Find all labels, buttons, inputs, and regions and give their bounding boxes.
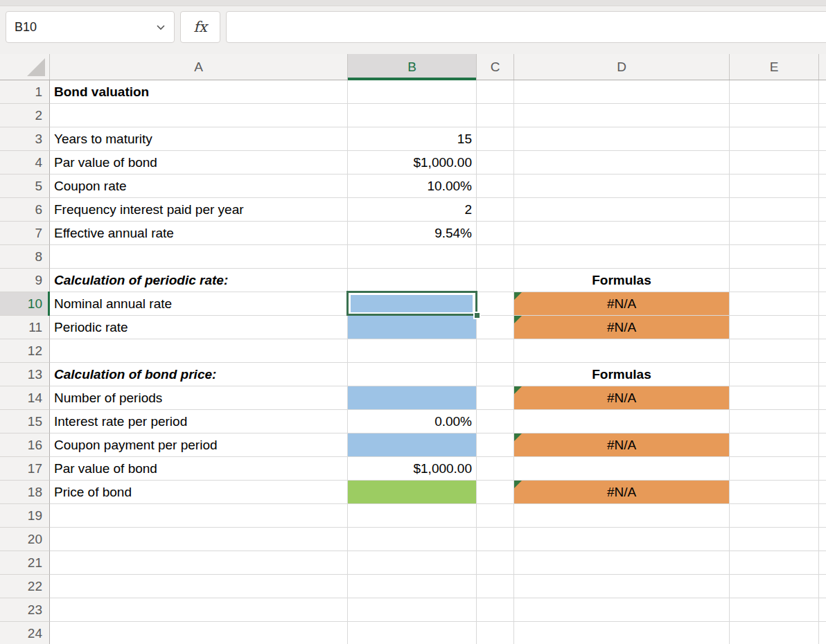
cell-B2[interactable] — [348, 104, 477, 127]
cell-E24[interactable] — [730, 622, 819, 644]
column-header-C[interactable]: C — [477, 54, 514, 80]
cell-B7[interactable]: 9.54% — [348, 222, 477, 245]
cell-B4[interactable]: $1,000.00 — [348, 151, 477, 175]
cell-E17[interactable] — [730, 457, 819, 481]
cell-C10[interactable] — [477, 292, 514, 316]
cell-D19[interactable] — [514, 504, 730, 528]
cell-B23[interactable] — [348, 598, 477, 622]
cell-D12[interactable] — [514, 339, 730, 363]
cell-C19[interactable] — [477, 504, 514, 528]
cell-D9[interactable]: Formulas — [514, 269, 730, 292]
cell-D6[interactable] — [514, 198, 730, 222]
cell-D8[interactable] — [514, 245, 730, 269]
cell-E5[interactable] — [730, 175, 819, 198]
cell-E9[interactable] — [730, 269, 819, 292]
row-header-12[interactable]: 12 — [0, 339, 50, 363]
cell-C1[interactable] — [477, 80, 514, 104]
cell-C4[interactable] — [477, 151, 514, 175]
cell-A18[interactable]: Price of bond — [50, 481, 348, 504]
cell-C17[interactable] — [477, 457, 514, 481]
row-header-3[interactable]: 3 — [0, 127, 50, 151]
column-header-A[interactable]: A — [50, 54, 348, 80]
row-header-15[interactable]: 15 — [0, 410, 50, 433]
cell-A2[interactable] — [50, 104, 348, 127]
cell-C11[interactable] — [477, 316, 514, 339]
cell-A21[interactable] — [50, 551, 348, 575]
cell-C2[interactable] — [477, 104, 514, 127]
cell-C3[interactable] — [477, 127, 514, 151]
row-header-8[interactable]: 8 — [0, 245, 50, 269]
cell-B8[interactable] — [348, 245, 477, 269]
row-header-1[interactable]: 1 — [0, 80, 50, 104]
cell-C16[interactable] — [477, 433, 514, 457]
cell-E13[interactable] — [730, 363, 819, 386]
cell-B1[interactable] — [348, 80, 477, 104]
cell-C9[interactable] — [477, 269, 514, 292]
cell-B19[interactable] — [348, 504, 477, 528]
cell-C22[interactable] — [477, 575, 514, 598]
cell-A13[interactable]: Calculation of bond price: — [50, 363, 348, 386]
cell-A24[interactable] — [50, 622, 348, 644]
row-header-16[interactable]: 16 — [0, 433, 50, 457]
cell-B17[interactable]: $1,000.00 — [348, 457, 477, 481]
cell-C8[interactable] — [477, 245, 514, 269]
row-header-7[interactable]: 7 — [0, 222, 50, 245]
cell-A14[interactable]: Number of periods — [50, 386, 348, 410]
cell-A15[interactable]: Interest rate per period — [50, 410, 348, 433]
cell-A10[interactable]: Nominal annual rate — [50, 292, 348, 316]
cell-D13[interactable]: Formulas — [514, 363, 730, 386]
cell-A7[interactable]: Effective annual rate — [50, 222, 348, 245]
cell-D11[interactable]: #N/A — [514, 316, 730, 339]
cell-E20[interactable] — [730, 528, 819, 551]
cell-D4[interactable] — [514, 151, 730, 175]
cell-E3[interactable] — [730, 127, 819, 151]
cell-A11[interactable]: Periodic rate — [50, 316, 348, 339]
cell-E11[interactable] — [730, 316, 819, 339]
column-header-B[interactable]: B — [348, 54, 477, 80]
cell-C7[interactable] — [477, 222, 514, 245]
cell-E15[interactable] — [730, 410, 819, 433]
cell-C20[interactable] — [477, 528, 514, 551]
cell-D18[interactable]: #N/A — [514, 481, 730, 504]
row-header-24[interactable]: 24 — [0, 622, 50, 644]
column-header-E[interactable]: E — [730, 54, 819, 80]
cell-D1[interactable] — [514, 80, 730, 104]
cell-C21[interactable] — [477, 551, 514, 575]
row-header-23[interactable]: 23 — [0, 598, 50, 622]
cell-A6[interactable]: Frequency interest paid per year — [50, 198, 348, 222]
cell-D15[interactable] — [514, 410, 730, 433]
cell-B24[interactable] — [348, 622, 477, 644]
cell-A17[interactable]: Par value of bond — [50, 457, 348, 481]
cell-D16[interactable]: #N/A — [514, 433, 730, 457]
cell-A23[interactable] — [50, 598, 348, 622]
cell-E22[interactable] — [730, 575, 819, 598]
name-box[interactable]: B10 — [6, 11, 175, 43]
cell-D22[interactable] — [514, 575, 730, 598]
cell-D23[interactable] — [514, 598, 730, 622]
cell-B21[interactable] — [348, 551, 477, 575]
cell-E6[interactable] — [730, 198, 819, 222]
cell-D2[interactable] — [514, 104, 730, 127]
cell-B14[interactable] — [348, 386, 477, 410]
row-header-21[interactable]: 21 — [0, 551, 50, 575]
cell-B18[interactable] — [348, 481, 477, 504]
cell-A22[interactable] — [50, 575, 348, 598]
cell-A12[interactable] — [50, 339, 348, 363]
row-header-4[interactable]: 4 — [0, 151, 50, 175]
cell-B3[interactable]: 15 — [348, 127, 477, 151]
cell-C24[interactable] — [477, 622, 514, 644]
cell-A20[interactable] — [50, 528, 348, 551]
cell-C15[interactable] — [477, 410, 514, 433]
cell-B6[interactable]: 2 — [348, 198, 477, 222]
row-header-11[interactable]: 11 — [0, 316, 50, 339]
insert-function-button[interactable]: fx — [180, 11, 220, 43]
cell-A1[interactable]: Bond valuation — [50, 80, 348, 104]
cell-D5[interactable] — [514, 175, 730, 198]
row-header-2[interactable]: 2 — [0, 104, 50, 127]
cell-C5[interactable] — [477, 175, 514, 198]
chevron-down-icon[interactable] — [156, 24, 166, 30]
cell-B9[interactable] — [348, 269, 477, 292]
cell-B22[interactable] — [348, 575, 477, 598]
cell-D21[interactable] — [514, 551, 730, 575]
cell-E16[interactable] — [730, 433, 819, 457]
